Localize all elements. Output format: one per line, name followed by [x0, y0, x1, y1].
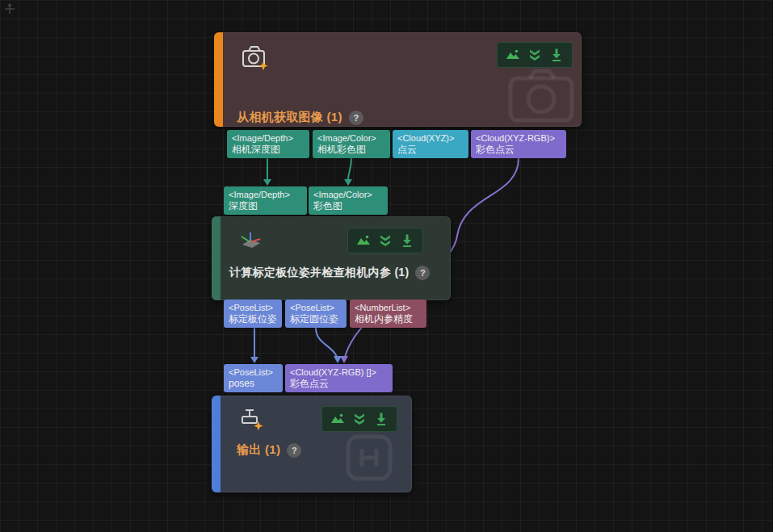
output-device-icon: [238, 407, 266, 431]
node-title: 计算标定板位姿并检查相机内参 (1): [229, 266, 409, 280]
port-name-label: 相机彩色图: [317, 144, 385, 156]
port-color-in[interactable]: <Image/Color> 彩色图: [309, 186, 388, 215]
port-type-label: <Cloud(XYZ-RGB) []>: [290, 367, 388, 378]
node-accent-bar: [214, 32, 223, 127]
collapse-icon[interactable]: [378, 233, 393, 248]
port-type-label: <Image/Color>: [317, 132, 385, 144]
visualize-icon[interactable]: [356, 233, 371, 248]
node-capture-images[interactable]: 从相机获取图像 (1) ?: [214, 32, 582, 127]
port-cloud-xyz-out[interactable]: <Cloud(XYZ)> 点云: [393, 130, 468, 158]
help-badge[interactable]: ?: [287, 443, 301, 458]
port-type-label: <Image/Color>: [313, 189, 383, 200]
visualize-icon[interactable]: [330, 412, 345, 426]
port-poses-in[interactable]: <PoseList> poses: [224, 364, 283, 392]
edge-color[interactable]: [348, 158, 351, 180]
port-name-label: 彩色点云: [476, 144, 561, 156]
edge-circle-pose[interactable]: [316, 328, 337, 357]
port-name-label: poses: [229, 378, 278, 390]
port-type-label: <Cloud(XYZ)>: [397, 132, 464, 144]
port-type-label: <NumberList>: [355, 302, 422, 313]
download-icon[interactable]: [549, 48, 564, 62]
port-camera-depth-out[interactable]: <Image/Depth> 相机深度图: [227, 130, 309, 158]
node-calc-board-pose[interactable]: 计算标定板位姿并检查相机内参 (1) ?: [212, 216, 451, 300]
edge-color-arrow-icon: [344, 179, 352, 186]
download-icon[interactable]: [400, 233, 414, 248]
camera-outline-icon: [504, 65, 578, 125]
port-type-label: <PoseList>: [229, 302, 277, 313]
port-name-label: 相机内参精度: [355, 313, 422, 325]
port-name-label: 标定圆位姿: [290, 313, 342, 325]
edge-poses-arrow-icon: [250, 357, 258, 363]
help-badge[interactable]: ?: [415, 266, 430, 280]
node-toolbar: [347, 228, 423, 253]
node-toolbar: [321, 406, 397, 432]
logo-outline-icon: [344, 433, 394, 484]
collapse-icon[interactable]: [352, 412, 367, 426]
port-type-label: <Image/Depth>: [229, 189, 302, 200]
port-name-label: 标定板位姿: [229, 313, 277, 325]
port-name-label: 彩色图: [313, 200, 383, 212]
port-name-label: 彩色点云: [290, 378, 388, 390]
pan-cursor-icon: [4, 3, 15, 15]
collapse-icon[interactable]: [527, 48, 542, 62]
edge-circle-pose-arrow-icon: [334, 356, 342, 363]
node-graph-canvas[interactable]: 从相机获取图像 (1) ?: [0, 0, 773, 532]
calibration-board-axes-icon: [238, 228, 264, 251]
download-icon[interactable]: [374, 412, 389, 426]
node-output[interactable]: 输出 (1) ?: [212, 396, 412, 492]
sparkle-icon: [258, 61, 267, 70]
help-badge[interactable]: ?: [349, 111, 363, 125]
port-cloud-rgb-in[interactable]: <Cloud(XYZ-RGB) []> 彩色点云: [285, 364, 393, 392]
port-name-label: 相机深度图: [232, 144, 305, 156]
port-name-label: 点云: [397, 144, 464, 156]
edge-depth-arrow-icon: [263, 179, 271, 186]
port-camera-color-out[interactable]: <Image/Color> 相机彩色图: [313, 130, 390, 158]
port-cloud-rgb-out[interactable]: <Cloud(XYZ-RGB)> 彩色点云: [471, 130, 566, 158]
camera-icon: [241, 44, 270, 71]
node-accent-bar: [212, 396, 221, 492]
port-board-pose-out[interactable]: <PoseList> 标定板位姿: [224, 300, 282, 328]
edge-cloud-rgb-arrow-icon: [340, 356, 348, 363]
port-circle-pose-out[interactable]: <PoseList> 标定圆位姿: [285, 300, 347, 328]
visualize-icon[interactable]: [506, 48, 520, 62]
node-toolbar: [497, 42, 573, 68]
port-type-label: <Cloud(XYZ-RGB)>: [476, 132, 561, 144]
port-type-label: <Image/Depth>: [232, 132, 305, 144]
node-title: 从相机获取图像 (1): [237, 110, 342, 125]
port-depth-in[interactable]: <Image/Depth> 深度图: [224, 186, 307, 215]
port-type-label: <PoseList>: [290, 302, 342, 313]
port-name-label: 深度图: [229, 200, 302, 212]
port-intrinsics-out[interactable]: <NumberList> 相机内参精度: [350, 300, 426, 328]
port-type-label: <PoseList>: [229, 367, 278, 378]
node-accent-bar: [212, 216, 221, 300]
node-title: 输出 (1): [237, 442, 280, 458]
